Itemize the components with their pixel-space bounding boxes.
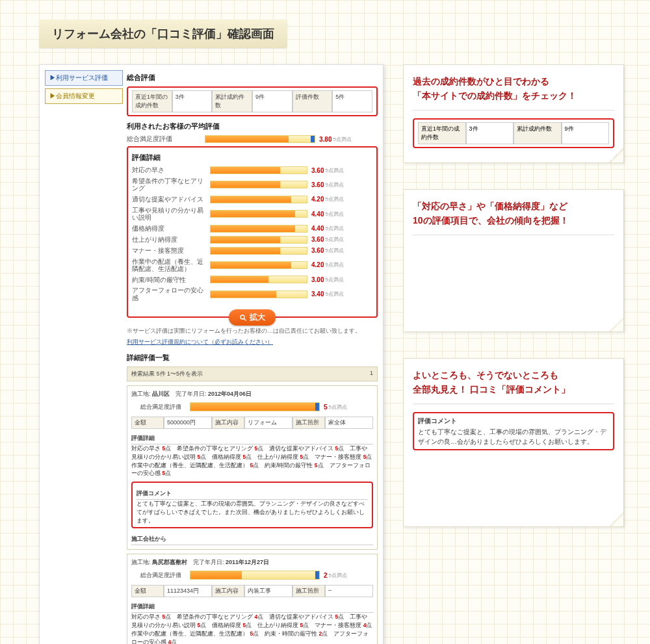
comment-text: とても丁寧なご提案と、工事の現場の雰囲気、プランニング・デザインの良…会がありま… — [418, 428, 606, 445]
review-detail-header: 評価詳細 — [131, 601, 373, 613]
rating-score: 3.60 — [311, 167, 324, 174]
comment-text: とても丁寧なご提案と、工事の現場の雰囲気、プランニング・デザインの良さなどすべて… — [136, 500, 368, 524]
stat-value: 3件 — [466, 122, 514, 144]
stat-label: 直近1年間の成約件数 — [132, 90, 172, 112]
rating-score: 4.40 — [311, 225, 324, 232]
terms-link[interactable]: 利用サービス評価規約について（必ずお読みください） — [127, 339, 273, 345]
info-value: 5000000円 — [164, 417, 212, 429]
overall-label: 総合満足度評価 — [127, 135, 205, 142]
review-overall-max: 5点満点 — [329, 572, 347, 579]
rating-bar — [210, 196, 307, 203]
review-overall-max: 5点満点 — [329, 404, 347, 411]
rating-score: 4.40 — [311, 211, 324, 218]
review-overall-label: 総合満足度評価 — [131, 571, 190, 580]
review-overall: 総合満足度評価2 5点満点 — [131, 571, 373, 580]
info-label: 施工内容 — [212, 417, 244, 429]
rating-label: アフターフォローの安心感 — [132, 287, 210, 302]
rating-max: 5点満点 — [325, 261, 343, 268]
contract-stats-table: 直近1年間の成約件数 3件 累計成約件数 9件 評価件数 5件 — [132, 90, 372, 112]
rating-row: 仕上がり納得度3.605点満点 — [132, 236, 372, 244]
review-overall-label: 総合満足度評価 — [131, 403, 190, 411]
rating-score: 3.60 — [311, 181, 324, 188]
callouts-column: 過去の成約件数がひと目でわかる 「本サイトでの成約件数」をチェック！ 直近1年間… — [403, 64, 624, 644]
overall-score: 3.80 — [319, 136, 332, 143]
stat-value: 5件 — [332, 90, 372, 112]
from-company-header: 施工会社から — [131, 534, 373, 545]
rating-max: 5点満点 — [325, 247, 343, 254]
rating-bar — [210, 181, 307, 188]
review-overall: 総合満足度評価5 5点満点 — [131, 402, 373, 411]
rating-label: 作業中の配慮（養生、近隣配慮、生活配慮） — [132, 258, 210, 273]
rating-bar — [210, 166, 307, 174]
info-label: 施工箇所 — [292, 417, 325, 429]
rating-score: 3.40 — [311, 290, 324, 298]
rating-row: 作業中の配慮（養生、近隣配慮、生活配慮）4.205点満点 — [132, 258, 372, 273]
rating-row: マナー・接客態度3.605点満点 — [132, 247, 372, 255]
sidebar-link-member[interactable]: ▶会員情報変更 — [45, 88, 123, 104]
svg-point-0 — [240, 315, 244, 319]
rating-row: 対応の早さ3.605点満点 — [132, 166, 372, 174]
rating-label: 仕上がり納得度 — [132, 236, 210, 243]
avg-rating-title: 利用されたお客様の平均評価 — [127, 122, 378, 131]
rating-row: 価格納得度4.405点満点 — [132, 225, 372, 233]
info-label: 施工箇所 — [292, 585, 325, 597]
rating-row: アフターフォローの安心感3.405点満点 — [132, 287, 372, 302]
stat-value: 9件 — [252, 90, 292, 112]
rating-max: 5点満点 — [325, 290, 343, 298]
callout-title: 「対応の早さ」や「価格納得度」など 10の評価項目で、会社の傾向を把握！ — [413, 199, 614, 228]
callout-comments: よいところも、そうでないところも 全部丸見え！ 口コミ「評価コメント」 評価コメ… — [403, 358, 624, 527]
review-overall-score: 2 — [324, 572, 328, 579]
info-value: リフォーム — [244, 417, 292, 429]
info-label: 金額 — [131, 585, 164, 597]
stat-label: 累計成約件数 — [212, 90, 252, 112]
rating-bar — [210, 210, 307, 218]
rating-bar — [210, 247, 307, 255]
review-meta: 施工地: 鳥尻郡嘉敷村 完了年月日: 2011年12月27日 — [131, 558, 373, 567]
rating-bar — [210, 290, 307, 298]
zoom-button[interactable]: 拡大 — [229, 309, 276, 326]
rating-score: 4.20 — [311, 196, 324, 203]
stat-value: 9件 — [562, 122, 610, 144]
review-overall-score: 5 — [324, 404, 328, 411]
sidebar-link-service[interactable]: ▶利用サービス評価 — [45, 70, 123, 86]
rating-score: 3.00 — [311, 276, 324, 283]
section-overall-title: 総合評価 — [127, 73, 378, 83]
contract-stats-highlight: 直近1年間の成約件数 3件 累計成約件数 9件 評価件数 5件 — [127, 86, 378, 116]
result-count: 検索結果 5件 1〜5件を表示 — [131, 370, 203, 378]
stat-label: 評価件数 — [292, 90, 333, 112]
disclaimer-text: ※サービス評価は実際にリフォームを行ったお客様の…は自己責任にてお願い致します。 — [127, 327, 378, 335]
rating-max: 5点満点 — [325, 236, 343, 243]
review-items: 対応の早さ 5点 希望条件の丁寧なヒアリング 4点 適切な提案やアドバイス 5点… — [131, 613, 373, 644]
comment-header: 評価コメント — [136, 488, 368, 500]
overall-bar — [205, 135, 315, 143]
review-overall-bar — [190, 402, 320, 411]
callout-ratings: 「対応の早さ」や「価格納得度」など 10の評価項目で、会社の傾向を把握！ — [403, 189, 624, 332]
review-overall-bar — [190, 571, 320, 580]
review-info-table: 金額5000000円施工内容リフォーム施工箇所家全体 — [131, 417, 373, 429]
page-number: 1 — [370, 370, 373, 378]
rating-bar — [210, 236, 307, 244]
review-meta: 施工地: 品川区 完了年月日: 2012年04月06日 — [131, 390, 373, 398]
rating-max: 5点満点 — [325, 196, 343, 203]
callout-title: 過去の成約件数がひと目でわかる 「本サイトでの成約件数」をチェック！ — [413, 74, 614, 103]
overall-rating-row: 総合満足度評価 3.80 5点満点 — [127, 135, 378, 143]
main-column: 総合評価 直近1年間の成約件数 3件 累計成約件数 9件 評価件数 5件 利用さ… — [127, 70, 378, 644]
review-items: 対応の早さ 5点 希望条件の丁寧なヒアリング 5点 適切な提案やアドバイス 5点… — [131, 444, 373, 478]
rating-label: 対応の早さ — [132, 166, 210, 174]
comment-header: 評価コメント — [418, 416, 609, 426]
sidebar: ▶利用サービス評価 ▶会員情報変更 — [45, 70, 123, 644]
stat-label: 累計成約件数 — [514, 122, 562, 144]
rating-label: マナー・接客態度 — [132, 247, 210, 254]
rating-row: 適切な提案やアドバイス4.205点満点 — [132, 196, 372, 203]
review-list-header: 検索結果 5件 1〜5件を表示 1 — [127, 367, 378, 381]
stat-value: 3件 — [172, 90, 213, 112]
rating-row: 希望条件の丁寧なヒアリング3.605点満点 — [132, 177, 372, 192]
callout-title: よいところも、そうでないところも 全部丸見え！ 口コミ「評価コメント」 — [413, 368, 614, 397]
info-value: 内装工事 — [244, 585, 292, 597]
rating-max: 5点満点 — [325, 181, 343, 188]
review-list-title: 詳細評価一覧 — [127, 353, 378, 363]
rating-label: 適切な提案やアドバイス — [132, 196, 210, 203]
rating-bar — [210, 225, 307, 233]
rating-max: 5点満点 — [325, 167, 343, 174]
rating-score: 3.60 — [311, 247, 324, 254]
